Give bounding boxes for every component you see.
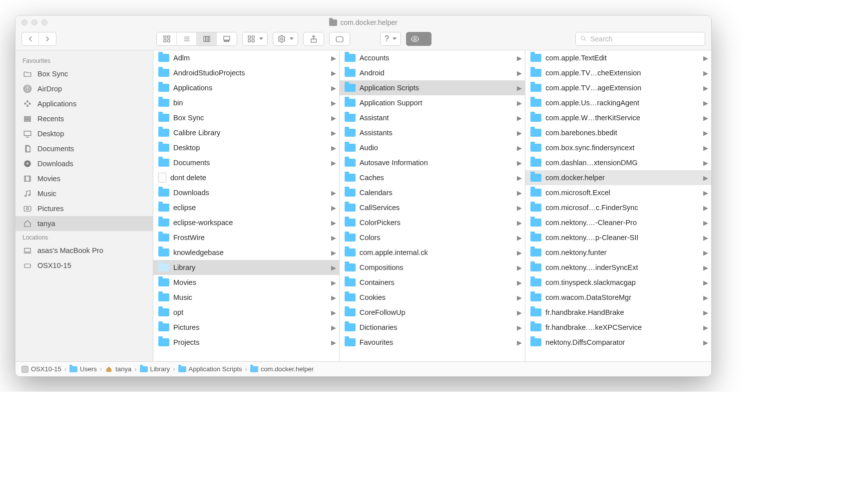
sidebar-item-applications[interactable]: Applications [15, 96, 153, 111]
list-item[interactable]: com.box.sync.findersyncext▶ [525, 140, 711, 155]
list-item[interactable]: fr.handbrake.HandBrake▶ [525, 305, 711, 320]
sidebar-item-pictures[interactable]: Pictures [15, 201, 153, 216]
list-item[interactable]: CoreFollowUp▶ [340, 305, 525, 320]
list-item[interactable]: Documents▶ [153, 155, 339, 170]
list-item[interactable]: com.apple.TV…cheExtension▶ [525, 65, 711, 80]
list-item[interactable]: bin▶ [153, 95, 339, 110]
list-item[interactable]: com.nektony.…inderSyncExt▶ [525, 260, 711, 275]
zoom-button[interactable] [41, 19, 47, 25]
list-item[interactable]: Application Support▶ [340, 95, 525, 110]
folder-icon [530, 54, 541, 62]
list-item[interactable]: dont delete [153, 170, 339, 185]
list-item[interactable]: com.nektony.…p-Cleaner-SII▶ [525, 230, 711, 245]
list-item[interactable]: com.tinyspeck.slackmacgap▶ [525, 275, 711, 290]
search-field[interactable] [575, 32, 705, 46]
sidebar-item-movies[interactable]: Movies [15, 171, 153, 186]
breadcrumb-item[interactable]: com.docker.helper [250, 365, 314, 373]
list-item[interactable]: Compositions▶ [340, 260, 525, 275]
quicklook-button[interactable] [406, 32, 432, 46]
minimize-button[interactable] [31, 19, 37, 25]
sidebar-item-desktop[interactable]: Desktop [15, 126, 153, 141]
list-item[interactable]: Audio▶ [340, 140, 525, 155]
breadcrumb-item[interactable]: Users [69, 365, 97, 373]
list-item[interactable]: com.wacom.DataStoreMgr▶ [525, 290, 711, 305]
list-item[interactable]: ColorPickers▶ [340, 215, 525, 230]
list-item[interactable]: Music▶ [153, 290, 339, 305]
search-input[interactable] [590, 35, 701, 43]
list-item[interactable]: Containers▶ [340, 275, 525, 290]
list-item[interactable]: eclipse▶ [153, 200, 339, 215]
list-item[interactable]: Library▶ [153, 260, 339, 275]
icon-view-button[interactable] [157, 32, 177, 45]
forward-button[interactable] [39, 32, 56, 45]
list-item[interactable]: com.nektony.funter▶ [525, 245, 711, 260]
list-item[interactable]: com.apple.internal.ck▶ [340, 245, 525, 260]
list-item[interactable]: knowledgebase▶ [153, 245, 339, 260]
list-item[interactable]: Downloads▶ [153, 185, 339, 200]
list-item[interactable]: fr.handbrake.…keXPCService▶ [525, 320, 711, 335]
list-item[interactable]: Movies▶ [153, 275, 339, 290]
list-item[interactable]: com.barebones.bbedit▶ [525, 125, 711, 140]
list-item[interactable]: Projects▶ [153, 335, 339, 350]
list-item[interactable]: com.nektony.…-Cleaner-Pro▶ [525, 215, 711, 230]
share-button[interactable] [303, 32, 324, 46]
list-item[interactable]: com.docker.helper▶ [525, 170, 711, 185]
list-item[interactable]: AndroidStudioProjects▶ [153, 65, 339, 80]
list-item[interactable]: Pictures▶ [153, 320, 339, 335]
column-view-button[interactable] [197, 32, 217, 45]
titlebar: com.docker.helper [15, 15, 711, 27]
list-item[interactable]: com.microsoft.Excel▶ [525, 185, 711, 200]
breadcrumb-item[interactable]: tanya [105, 365, 131, 373]
list-item[interactable]: nektony.DiffsComparator▶ [525, 335, 711, 350]
breadcrumb-item[interactable]: Application Scripts [178, 365, 242, 373]
breadcrumb-item[interactable]: OSX10-15 [21, 365, 61, 373]
list-item[interactable]: Caches▶ [340, 170, 525, 185]
list-item[interactable]: com.apple.TextEdit▶ [525, 50, 711, 65]
sidebar-item-recents[interactable]: Recents [15, 111, 153, 126]
list-view-button[interactable] [177, 32, 197, 45]
list-item[interactable]: Android▶ [340, 65, 525, 80]
list-item[interactable]: Colors▶ [340, 230, 525, 245]
breadcrumb-item[interactable]: Library [140, 365, 170, 373]
list-item[interactable]: com.apple.W…therKitService▶ [525, 110, 711, 125]
sidebar-item-music[interactable]: Music [15, 186, 153, 201]
list-item[interactable]: Calibre Library▶ [153, 125, 339, 140]
list-item[interactable]: com.microsof…c.FinderSync▶ [525, 200, 711, 215]
list-item[interactable]: Box Sync▶ [153, 110, 339, 125]
folder-icon [530, 189, 541, 197]
sidebar-item-asas-s-macbook-pro[interactable]: asas's MacBook Pro [15, 243, 153, 258]
list-item[interactable]: CallServices▶ [340, 200, 525, 215]
help-button[interactable]: ? [380, 32, 401, 46]
folder-icon [530, 69, 541, 77]
sidebar-item-tanya[interactable]: tanya [15, 216, 153, 231]
action-button[interactable] [273, 32, 298, 46]
list-item[interactable]: Cookies▶ [340, 290, 525, 305]
gallery-view-button[interactable] [217, 32, 237, 45]
list-item[interactable]: Dictionaries▶ [340, 320, 525, 335]
group-by-button[interactable] [242, 32, 268, 46]
list-item[interactable]: Favourites▶ [340, 335, 525, 350]
sidebar-item-downloads[interactable]: Downloads [15, 156, 153, 171]
sidebar-item-documents[interactable]: Documents [15, 141, 153, 156]
list-item[interactable]: Accounts▶ [340, 50, 525, 65]
sidebar-item-box-sync[interactable]: Box Sync [15, 66, 153, 81]
list-item[interactable]: Assistant▶ [340, 110, 525, 125]
sidebar-item-osx10-15[interactable]: OSX10-15 [15, 258, 153, 273]
list-item[interactable]: opt▶ [153, 305, 339, 320]
list-item[interactable]: Adlm▶ [153, 50, 339, 65]
list-item[interactable]: Assistants▶ [340, 125, 525, 140]
tags-button[interactable] [329, 32, 350, 46]
back-button[interactable] [22, 32, 39, 45]
list-item[interactable]: FrostWire▶ [153, 230, 339, 245]
close-button[interactable] [21, 19, 27, 25]
list-item[interactable]: Desktop▶ [153, 140, 339, 155]
list-item[interactable]: Autosave Information▶ [340, 155, 525, 170]
list-item[interactable]: Calendars▶ [340, 185, 525, 200]
list-item[interactable]: com.apple.TV…ageExtension▶ [525, 80, 711, 95]
list-item[interactable]: com.apple.Us…rackingAgent▶ [525, 95, 711, 110]
list-item[interactable]: Applications▶ [153, 80, 339, 95]
list-item[interactable]: com.dashlan…xtensionDMG▶ [525, 155, 711, 170]
sidebar-item-airdrop[interactable]: AirDrop [15, 81, 153, 96]
list-item[interactable]: eclipse-workspace▶ [153, 215, 339, 230]
list-item[interactable]: Application Scripts▶ [340, 80, 525, 95]
